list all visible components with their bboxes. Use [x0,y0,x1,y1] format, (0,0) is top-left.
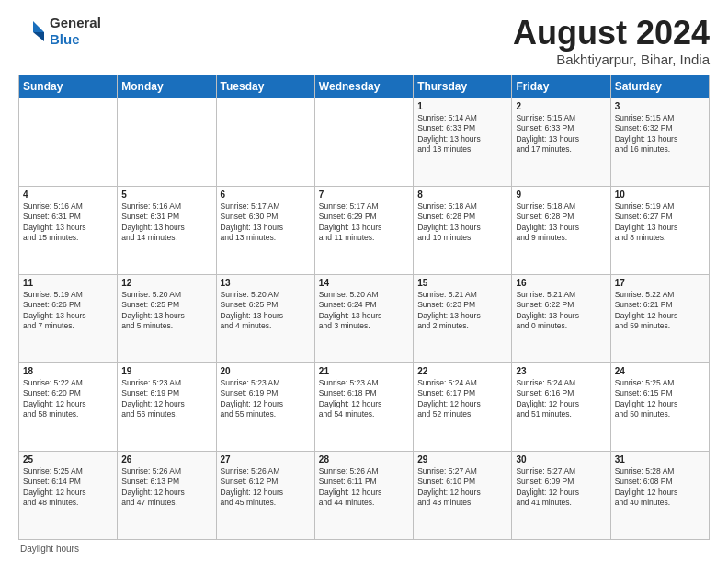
day-header-friday: Friday [512,75,610,98]
day-number: 11 [23,278,113,288]
day-cell: 29Sunrise: 5:27 AM Sunset: 6:10 PM Dayli… [414,451,512,539]
logo: General Blue [18,15,101,48]
day-cell: 22Sunrise: 5:24 AM Sunset: 6:17 PM Dayli… [414,362,512,451]
day-info: Sunrise: 5:23 AM Sunset: 6:19 PM Dayligh… [221,378,311,420]
day-header-wednesday: Wednesday [314,75,413,98]
title-block: August 2024 Bakhtiyarpur, Bihar, India [513,15,710,67]
day-info: Sunrise: 5:16 AM Sunset: 6:31 PM Dayligh… [121,201,211,244]
daylight-hours-label: Daylight hours [20,544,79,554]
day-info: Sunrise: 5:26 AM Sunset: 6:13 PM Dayligh… [121,466,211,509]
day-cell [118,98,216,186]
day-cell: 15Sunrise: 5:21 AM Sunset: 6:23 PM Dayli… [414,274,512,362]
day-info: Sunrise: 5:21 AM Sunset: 6:22 PM Dayligh… [516,290,606,332]
footer: Daylight hours [18,544,710,554]
day-cell [19,98,118,186]
day-info: Sunrise: 5:28 AM Sunset: 6:08 PM Dayligh… [615,466,705,509]
day-number: 18 [23,366,113,376]
day-info: Sunrise: 5:27 AM Sunset: 6:09 PM Dayligh… [516,466,606,509]
logo-general: General [50,15,101,30]
day-number: 27 [221,454,311,465]
day-number: 19 [121,366,211,376]
day-cell: 16Sunrise: 5:21 AM Sunset: 6:22 PM Dayli… [512,274,610,362]
day-cell: 12Sunrise: 5:20 AM Sunset: 6:25 PM Dayli… [118,274,216,362]
day-number: 13 [221,278,311,288]
day-cell: 19Sunrise: 5:23 AM Sunset: 6:19 PM Dayli… [118,362,216,451]
day-info: Sunrise: 5:25 AM Sunset: 6:14 PM Dayligh… [23,466,113,509]
day-cell [314,98,413,186]
day-cell: 13Sunrise: 5:20 AM Sunset: 6:25 PM Dayli… [216,274,314,362]
day-info: Sunrise: 5:15 AM Sunset: 6:33 PM Dayligh… [516,113,606,155]
calendar-title: August 2024 [513,15,710,52]
day-cell: 21Sunrise: 5:23 AM Sunset: 6:18 PM Dayli… [314,362,413,451]
day-info: Sunrise: 5:23 AM Sunset: 6:19 PM Dayligh… [121,378,211,420]
day-header-monday: Monday [118,75,216,98]
day-cell: 1Sunrise: 5:14 AM Sunset: 6:33 PM Daylig… [414,98,512,186]
svg-marker-1 [33,32,44,41]
day-info: Sunrise: 5:22 AM Sunset: 6:21 PM Dayligh… [615,290,705,332]
day-info: Sunrise: 5:21 AM Sunset: 6:23 PM Dayligh… [417,290,507,332]
calendar-subtitle: Bakhtiyarpur, Bihar, India [513,52,710,67]
day-info: Sunrise: 5:19 AM Sunset: 6:26 PM Dayligh… [23,290,113,332]
day-number: 3 [615,101,705,111]
day-cell: 3Sunrise: 5:15 AM Sunset: 6:32 PM Daylig… [610,98,709,186]
day-number: 30 [516,454,606,465]
day-number: 4 [23,190,113,200]
day-info: Sunrise: 5:20 AM Sunset: 6:25 PM Dayligh… [221,290,311,332]
day-cell: 14Sunrise: 5:20 AM Sunset: 6:24 PM Dayli… [314,274,413,362]
day-info: Sunrise: 5:20 AM Sunset: 6:25 PM Dayligh… [121,290,211,332]
day-info: Sunrise: 5:14 AM Sunset: 6:33 PM Dayligh… [417,113,507,155]
day-info: Sunrise: 5:17 AM Sunset: 6:29 PM Dayligh… [319,201,409,244]
day-header-sunday: Sunday [19,75,118,98]
day-number: 12 [121,278,211,288]
day-number: 1 [417,101,507,111]
day-cell: 2Sunrise: 5:15 AM Sunset: 6:33 PM Daylig… [512,98,610,186]
day-number: 20 [221,366,311,376]
day-cell: 18Sunrise: 5:22 AM Sunset: 6:20 PM Dayli… [19,362,118,451]
day-number: 29 [417,454,507,465]
day-info: Sunrise: 5:19 AM Sunset: 6:27 PM Dayligh… [615,201,705,244]
week-row-5: 25Sunrise: 5:25 AM Sunset: 6:14 PM Dayli… [19,451,710,539]
day-number: 7 [319,190,409,200]
calendar-table: SundayMondayTuesdayWednesdayThursdayFrid… [18,75,710,540]
day-info: Sunrise: 5:27 AM Sunset: 6:10 PM Dayligh… [417,466,507,509]
day-header-tuesday: Tuesday [216,75,314,98]
day-number: 28 [319,454,409,465]
day-cell: 28Sunrise: 5:26 AM Sunset: 6:11 PM Dayli… [314,451,413,539]
day-cell: 6Sunrise: 5:17 AM Sunset: 6:30 PM Daylig… [216,186,314,274]
day-number: 10 [615,190,705,200]
day-info: Sunrise: 5:25 AM Sunset: 6:15 PM Dayligh… [615,378,705,420]
logo-icon [18,17,46,45]
day-cell: 24Sunrise: 5:25 AM Sunset: 6:15 PM Dayli… [610,362,709,451]
day-cell: 23Sunrise: 5:24 AM Sunset: 6:16 PM Dayli… [512,362,610,451]
day-info: Sunrise: 5:17 AM Sunset: 6:30 PM Dayligh… [221,201,311,244]
day-number: 17 [615,278,705,288]
day-cell: 5Sunrise: 5:16 AM Sunset: 6:31 PM Daylig… [118,186,216,274]
day-number: 16 [516,278,606,288]
header: General Blue August 2024 Bakhtiyarpur, B… [18,15,710,67]
svg-marker-0 [33,21,44,32]
day-cell: 11Sunrise: 5:19 AM Sunset: 6:26 PM Dayli… [19,274,118,362]
day-info: Sunrise: 5:26 AM Sunset: 6:12 PM Dayligh… [221,466,311,509]
day-info: Sunrise: 5:24 AM Sunset: 6:17 PM Dayligh… [417,378,507,420]
page: General Blue August 2024 Bakhtiyarpur, B… [0,0,728,563]
day-number: 15 [417,278,507,288]
day-number: 25 [23,454,113,465]
day-cell: 26Sunrise: 5:26 AM Sunset: 6:13 PM Dayli… [118,451,216,539]
day-number: 24 [615,366,705,376]
day-number: 9 [516,190,606,200]
day-cell: 20Sunrise: 5:23 AM Sunset: 6:19 PM Dayli… [216,362,314,451]
day-cell: 25Sunrise: 5:25 AM Sunset: 6:14 PM Dayli… [19,451,118,539]
day-number: 2 [516,101,606,111]
day-cell [216,98,314,186]
day-cell: 30Sunrise: 5:27 AM Sunset: 6:09 PM Dayli… [512,451,610,539]
day-info: Sunrise: 5:23 AM Sunset: 6:18 PM Dayligh… [319,378,409,420]
day-number: 21 [319,366,409,376]
day-header-row: SundayMondayTuesdayWednesdayThursdayFrid… [19,75,710,98]
day-header-saturday: Saturday [610,75,709,98]
day-cell: 31Sunrise: 5:28 AM Sunset: 6:08 PM Dayli… [610,451,709,539]
day-number: 6 [221,190,311,200]
day-cell: 10Sunrise: 5:19 AM Sunset: 6:27 PM Dayli… [610,186,709,274]
day-info: Sunrise: 5:24 AM Sunset: 6:16 PM Dayligh… [516,378,606,420]
logo-text: General Blue [50,15,101,48]
day-cell: 4Sunrise: 5:16 AM Sunset: 6:31 PM Daylig… [19,186,118,274]
